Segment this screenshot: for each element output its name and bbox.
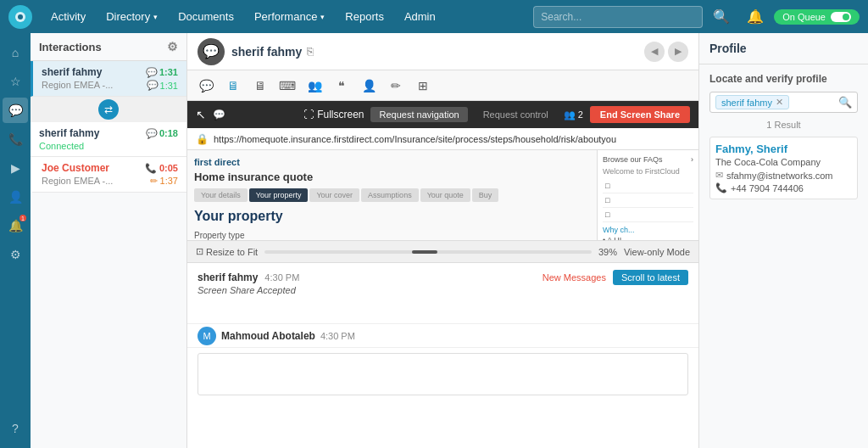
global-search-input[interactable] <box>533 6 703 28</box>
logo[interactable] <box>8 5 32 29</box>
chat-toolbar: 💬 🖥 🖥 ⌨ 👥 ❝ 👤 ✏ ⊞ <box>187 70 698 101</box>
next-arrow[interactable]: ▶ <box>668 42 688 62</box>
browser-inner: first direct Home insurance quote Your d… <box>187 150 698 240</box>
grid-icon[interactable]: ⊞ <box>411 74 435 98</box>
tag-close-icon[interactable]: ✕ <box>776 97 783 108</box>
screen-share-bar: ↖ 💬 ⛶ Fullscreen Request navigation Requ… <box>187 101 698 128</box>
search-icon[interactable]: 🔍 <box>706 8 737 25</box>
ssl-icon: 🔒 <box>196 133 209 145</box>
profile-result: Fahmy, Sherif The Coca-Cola Company ✉ sf… <box>709 137 858 199</box>
faq-item-1[interactable]: □ <box>603 179 693 193</box>
interaction-item-sherif-connected[interactable]: sherif fahmy 💬 0:18 Connected <box>31 122 186 157</box>
nav-directory[interactable]: Directory ▾ <box>97 0 166 33</box>
chat-header: 💬 sherif fahmy ⎘ ◀ ▶ <box>187 33 698 70</box>
url-bar: 🔒 https://homequote.insurance.firstdirec… <box>187 128 698 150</box>
sidebar-help-icon[interactable]: ? <box>3 416 28 441</box>
step-assumptions: Assumptions <box>361 188 419 202</box>
profile-search-row: sherif fahmy ✕ 🔍 <box>709 92 858 113</box>
sidebar-star-icon[interactable]: ☆ <box>3 69 28 94</box>
new-messages-label: New Messages <box>542 272 606 283</box>
sidebar-settings-icon[interactable]: ⚙ <box>3 242 28 267</box>
nav-admin[interactable]: Admin <box>396 0 444 33</box>
chat-input-area <box>187 347 698 448</box>
copy-icon[interactable]: ⎘ <box>307 45 314 58</box>
resize-fit-button[interactable]: ⊡ Resize to Fit <box>196 246 258 257</box>
interaction-transfer-divider: ⇄ <box>31 97 186 122</box>
zoom-level: 39% <box>598 247 617 257</box>
chat-messages: sherif fahmy 4:30 PM New Messages Scroll… <box>187 262 698 323</box>
notification-bell-icon[interactable]: 🔔 <box>740 8 771 25</box>
step-property: Your property <box>249 188 309 202</box>
mahmoud-name: Mahmoud Abotaleb <box>221 330 315 342</box>
on-queue-button[interactable]: On Queue <box>774 9 860 25</box>
top-navigation: Activity Directory ▾ Documents Performan… <box>0 0 868 33</box>
interaction-item-sherif-active[interactable]: sherif fahmy 💬 1:31 Region EMEA -... 💬 1… <box>31 61 186 97</box>
view-mode-label: View-only Mode <box>624 247 690 257</box>
end-screen-share-button[interactable]: End Screen Share <box>590 106 690 123</box>
resize-icon: ⊡ <box>196 246 203 257</box>
interaction-item-joe[interactable]: Joe Customer 📞 0:05 Region EMEA -... ✏ 1… <box>31 157 186 193</box>
content-area: 💬 sherif fahmy ⎘ ◀ ▶ 💬 🖥 🖥 ⌨ 👥 ❝ 👤 ✏ ⊞ ↖… <box>187 33 698 448</box>
participants-button[interactable]: 👥 2 <box>564 109 583 120</box>
chat-input[interactable] <box>198 353 688 395</box>
screen-share-icon[interactable]: 🖥 <box>221 74 245 98</box>
mahmoud-message-row: M Mahmoud Abotaleb 4:30 PM <box>187 323 698 347</box>
nav-performance[interactable]: Performance ▾ <box>246 0 333 33</box>
chat-bubble-icon[interactable]: 💬 <box>194 74 218 98</box>
interactions-settings-icon[interactable]: ⚙ <box>167 40 178 53</box>
result-email: ✉ sfahmy@istnetworks.com <box>715 170 852 181</box>
sidebar-chat-icon[interactable]: 💬 <box>3 98 28 123</box>
nav-activity[interactable]: Activity <box>42 0 94 33</box>
quote-icon[interactable]: ❝ <box>330 74 353 98</box>
prev-arrow[interactable]: ◀ <box>644 42 665 62</box>
mahmoud-time: 4:30 PM <box>320 331 355 341</box>
horizontal-scrollbar[interactable] <box>264 250 592 254</box>
svg-point-1 <box>18 14 23 20</box>
interaction-timer-connected: 💬 0:18 <box>146 128 178 139</box>
browser-content: first direct Home insurance quote Your d… <box>187 150 698 240</box>
nav-reports[interactable]: Reports <box>337 0 392 33</box>
profile-section-title: Locate and verify profile <box>709 73 858 85</box>
interaction-timer-1: 💬 1:31 <box>146 67 178 78</box>
step-cover: Your cover <box>309 188 359 202</box>
message-time: 4:30 PM <box>264 272 299 283</box>
profile-search-icon[interactable]: 🔍 <box>838 96 852 109</box>
url-text: https://homequote.insurance.firstdirect.… <box>214 134 690 144</box>
directory-chevron-icon: ▾ <box>153 13 158 21</box>
notification-badge: 1 <box>19 215 26 221</box>
keyboard-icon[interactable]: ⌨ <box>275 74 299 98</box>
request-navigation-button[interactable]: Request navigation <box>370 107 467 122</box>
browser-bottom-bar: ⊡ Resize to Fit 39% View-only Mode <box>187 240 698 262</box>
participants-icon: 👥 <box>564 109 576 120</box>
faq-item-3[interactable]: □ <box>603 208 693 222</box>
interaction-timer-2: 💬 1:31 <box>147 80 178 91</box>
result-name[interactable]: Fahmy, Sherif <box>715 143 852 155</box>
fullscreen-button[interactable]: ⛶ Fullscreen <box>303 109 364 120</box>
nav-documents[interactable]: Documents <box>170 0 242 33</box>
interaction-joe-timer-edit: ✏ 1:37 <box>150 176 178 187</box>
message-text: Screen Share Accepted <box>198 285 688 295</box>
interactions-panel: Interactions ⚙ sherif fahmy 💬 1:31 Regio… <box>31 33 187 448</box>
faq-close-icon[interactable]: › <box>691 155 693 164</box>
step-details: Your details <box>194 188 248 202</box>
performance-chevron-icon: ▾ <box>320 13 325 21</box>
people-icon[interactable]: 👥 <box>303 74 326 98</box>
sidebar-home-icon[interactable]: ⌂ <box>3 40 28 65</box>
monitor-icon[interactable]: 🖥 <box>248 74 272 98</box>
profile-section: Locate and verify profile sherif fahmy ✕… <box>699 64 868 208</box>
sidebar-video-icon[interactable]: ▶ <box>3 155 28 181</box>
cursor-icon: ↖ <box>196 108 206 121</box>
faq-item-2[interactable]: □ <box>603 193 693 208</box>
customer-avatar: 💬 <box>198 38 225 65</box>
on-queue-toggle[interactable] <box>831 12 851 22</box>
request-control-button[interactable]: Request control <box>475 107 557 122</box>
transfer-icon: ⇄ <box>98 99 119 120</box>
profile-header: Profile <box>699 33 868 64</box>
result-phone: 📞 +44 7904 744406 <box>715 182 852 193</box>
user-icon[interactable]: 👤 <box>357 74 381 98</box>
scroll-to-latest-button[interactable]: Scroll to latest <box>613 270 688 285</box>
sidebar-notification-icon[interactable]: 🔔 1 <box>3 213 28 238</box>
sidebar-phone-icon[interactable]: 📞 <box>3 126 28 152</box>
sidebar-contacts-icon[interactable]: 👤 <box>3 184 28 210</box>
pencil-icon[interactable]: ✏ <box>384 74 408 98</box>
